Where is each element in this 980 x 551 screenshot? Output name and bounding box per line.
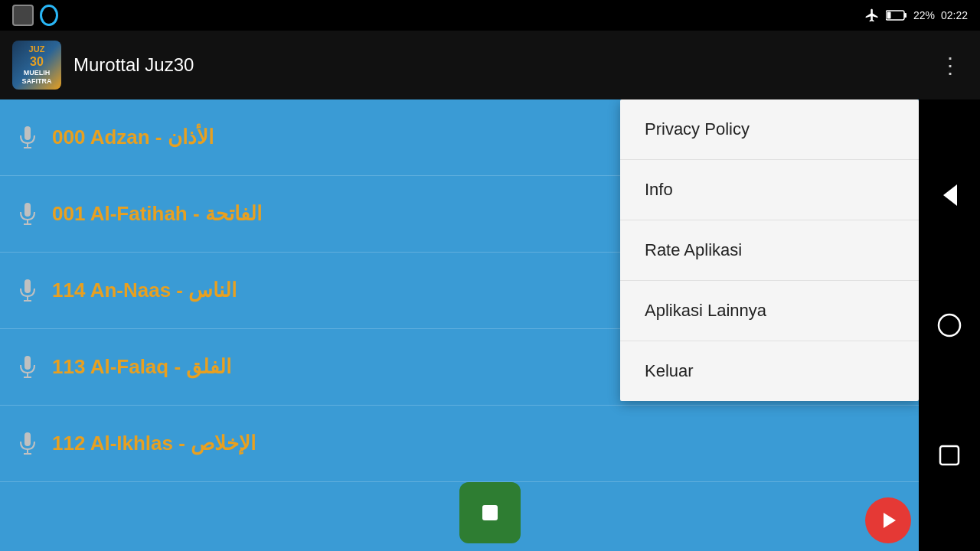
- app-icon: JUZ 30 MUELIH SAFITRA: [12, 41, 61, 90]
- list-item-text: 113 Al-Falaq - الفلق: [52, 355, 231, 379]
- list-item-text: 114 An-Naas - الناس: [52, 279, 237, 302]
- home-button[interactable]: [931, 307, 968, 344]
- gallery-icon: [12, 5, 34, 26]
- sync-icon: [40, 6, 58, 24]
- svg-rect-15: [24, 432, 31, 446]
- nav-buttons: [919, 99, 980, 551]
- app-title: Murottal Juz30: [74, 54, 933, 76]
- status-bar: 22% 02:22: [0, 0, 980, 31]
- list-item-text: 000 Adzan - الأذان: [52, 126, 214, 149]
- svg-marker-20: [943, 184, 957, 206]
- clock: 02:22: [941, 9, 968, 21]
- stop-icon: [475, 497, 505, 528]
- airplane-icon: [864, 8, 880, 23]
- home-icon: [936, 311, 963, 339]
- svg-rect-2: [887, 12, 890, 19]
- svg-marker-19: [884, 513, 896, 528]
- overflow-menu-button[interactable]: ⋮: [933, 47, 968, 84]
- app-bar: JUZ 30 MUELIH SAFITRA Murottal Juz30 ⋮: [0, 31, 980, 99]
- battery-icon: [886, 8, 907, 23]
- svg-rect-6: [24, 203, 31, 217]
- svg-rect-12: [24, 356, 31, 370]
- svg-rect-9: [24, 279, 31, 293]
- mic-icon: [15, 126, 40, 150]
- svg-point-21: [939, 315, 960, 336]
- svg-rect-22: [940, 446, 959, 465]
- status-left-icons: [12, 5, 58, 26]
- battery-percent: 22%: [913, 9, 935, 21]
- back-button[interactable]: [931, 177, 968, 214]
- status-right-icons: 22% 02:22: [864, 8, 968, 23]
- stop-button[interactable]: [459, 482, 521, 543]
- mic-icon: [15, 202, 40, 227]
- menu-item-info[interactable]: Info: [620, 160, 919, 220]
- menu-item-privacy-policy[interactable]: Privacy Policy: [620, 99, 919, 160]
- list-item-text: 001 Al-Fatihah - الفاتحة: [52, 202, 262, 226]
- svg-rect-1: [904, 13, 906, 18]
- recents-icon: [937, 443, 962, 468]
- svg-rect-18: [482, 505, 498, 520]
- play-button[interactable]: [865, 497, 911, 543]
- mic-icon: [15, 355, 40, 380]
- dropdown-menu: Privacy Policy Info Rate Aplikasi Aplika…: [620, 99, 919, 401]
- menu-item-rate-aplikasi[interactable]: Rate Aplikasi: [620, 220, 919, 281]
- svg-rect-3: [24, 126, 31, 140]
- mic-icon: [15, 432, 40, 456]
- list-item-text: 112 Al-Ikhlas - الإخلاص: [52, 432, 256, 455]
- mic-icon: [15, 279, 40, 303]
- list-item[interactable]: 112 Al-Ikhlas - الإخلاص: [0, 406, 980, 482]
- main-content: 000 Adzan - الأذان 001 Al-Fatihah - الفا…: [0, 99, 980, 551]
- back-icon: [936, 181, 963, 209]
- play-icon: [877, 510, 899, 531]
- menu-item-aplikasi-lainnya[interactable]: Aplikasi Lainnya: [620, 281, 919, 341]
- recents-button[interactable]: [931, 437, 968, 474]
- menu-item-keluar[interactable]: Keluar: [620, 341, 919, 401]
